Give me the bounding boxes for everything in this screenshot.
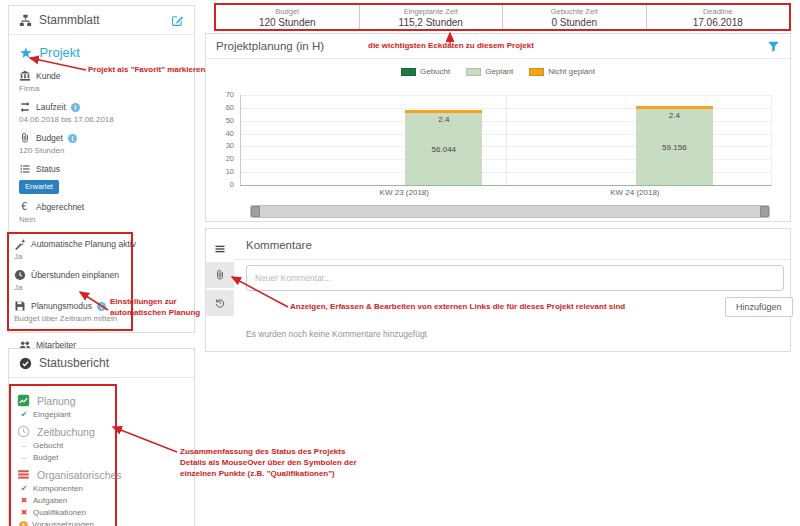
bar-value-label: 59.156: [636, 143, 713, 152]
statusbericht-header: Statusbericht: [9, 349, 194, 378]
status-item: !Voraussetzungen: [19, 520, 109, 526]
metric-item: Eingeplante Zeit115,2 Stunden: [360, 5, 504, 29]
status-item-label: Voraussetzungen: [32, 520, 94, 526]
status-none-icon[interactable]: –: [19, 453, 29, 463]
list-icon: [19, 163, 31, 175]
clock-outline-icon[interactable]: [17, 425, 30, 438]
field-value: 120 Stunden: [19, 146, 184, 156]
euro-icon: €: [19, 201, 31, 213]
status-item-label: Gebucht: [33, 441, 63, 451]
status-summary-red-box: Planung✔EingeplantZeitbuchung–Gebucht–Bu…: [9, 384, 117, 526]
metric-item: Deadline17.06.2018: [647, 5, 790, 29]
status-group: Zeitbuchung–Gebucht–Budget: [17, 425, 109, 463]
bar-value-label: 2.4: [405, 115, 482, 124]
stammblatt-title: Stammblatt: [39, 13, 100, 27]
statusbericht-panel: Statusbericht Planung✔EingeplantZeitbuch…: [8, 348, 195, 526]
page: Stammblatt ★ Projekt KundeFirmaLaufzeiti…: [0, 0, 800, 526]
status-item: ✔Komponenten: [19, 484, 109, 494]
status-warn-icon[interactable]: !: [19, 521, 28, 526]
status-group: Organisatorisches✔Komponenten✖Aufgaben✖Q…: [17, 468, 109, 526]
history-tab[interactable]: [206, 290, 234, 316]
annotation-favorite: Projekt als "Favorit" markieren: [88, 64, 205, 75]
annotation-auto-planning: Einstellungen zur automatischen Planung: [110, 296, 200, 318]
metric-label: Budget: [216, 7, 359, 16]
planning-panel: Projektplanung (in H) GebuchtGeplantNich…: [205, 33, 791, 222]
bar-value-label: 2.4: [636, 111, 713, 120]
stammblatt-fields: KundeFirmaLaufzeiti04.06.2018 bis 17.06.…: [19, 70, 184, 225]
filter-icon[interactable]: [767, 40, 780, 53]
bank-icon: [19, 70, 31, 82]
comments-tab[interactable]: [206, 236, 234, 262]
external-links-tab[interactable]: [206, 262, 234, 288]
divider: [234, 259, 790, 260]
y-tick-label: 40: [214, 130, 234, 138]
gridline: [241, 95, 771, 96]
chart-line-icon[interactable]: [17, 394, 30, 407]
new-comment-input[interactable]: [246, 265, 784, 291]
field-value: Ja: [14, 283, 126, 293]
y-tick-label: 60: [214, 104, 234, 112]
paperclip-icon: [19, 132, 31, 144]
metric-item: Gebuchte Zeit0 Stunden: [503, 5, 647, 29]
chart-range-scrollbar[interactable]: [250, 205, 770, 218]
project-label: Projekt: [39, 45, 79, 60]
field-label: Überstunden einplanen: [31, 270, 119, 281]
field-label: Status: [36, 164, 60, 175]
x-tick-label: KW 24 (2018): [610, 188, 659, 197]
status-fail-icon[interactable]: ✖: [19, 496, 29, 506]
legend-swatch: [401, 68, 416, 76]
history-icon: [214, 297, 226, 309]
y-tick-label: 50: [214, 117, 234, 125]
status-group-label: Organisatorisches: [37, 469, 122, 481]
x-tick-label: KW 23 (2018): [380, 188, 429, 197]
add-comment-button[interactable]: Hinzufügen: [725, 297, 793, 317]
field-label: Abgerechnet: [36, 202, 84, 213]
disk-icon: [14, 300, 26, 312]
status-item-label: Qualifikationen: [33, 508, 86, 518]
statusbericht-title: Statusbericht: [39, 356, 109, 370]
status-ok-icon[interactable]: ✔: [19, 484, 29, 494]
status-item-label: Aufgaben: [33, 496, 67, 506]
stammblatt-panel: Stammblatt ★ Projekt KundeFirmaLaufzeiti…: [8, 5, 195, 333]
metrics-bar: Budget120 StundenEingeplante Zeit115,2 S…: [214, 3, 791, 31]
status-fail-icon[interactable]: ✖: [19, 508, 29, 518]
status-ok-icon[interactable]: ✔: [19, 410, 29, 420]
hamburger-icon: [214, 243, 226, 255]
rows-icon[interactable]: [17, 468, 30, 481]
metric-value: 17.06.2018: [647, 17, 790, 29]
legend-swatch: [466, 68, 481, 76]
favorite-star-icon[interactable]: ★: [19, 46, 32, 60]
svg-text:€: €: [21, 201, 27, 212]
info-icon[interactable]: i: [71, 103, 80, 112]
clock-filled-icon: [14, 269, 26, 281]
project-row: ★ Projekt: [19, 45, 184, 60]
field-automatische-planung-aktiv: Automatische Planung aktivJa: [14, 238, 126, 262]
seal-check-icon: [19, 357, 32, 370]
annotation-status-summary: Zusammenfassung des Status des Projekts …: [180, 446, 357, 479]
annotation-external-links: Anzeigen, Erfassen & Bearbeiten von exte…: [290, 301, 625, 312]
y-tick-label: 10: [214, 168, 234, 176]
scrollbar-right-handle[interactable]: [760, 206, 769, 217]
status-item: –Gebucht: [19, 441, 109, 451]
wand-icon: [14, 238, 26, 250]
field-value: Firma: [19, 84, 184, 94]
edit-icon[interactable]: [171, 14, 184, 27]
y-tick-label: 20: [214, 155, 234, 163]
field--berstunden-einplanen: Überstunden einplanenJa: [14, 269, 126, 293]
field-laufzeit: Laufzeiti04.06.2018 bis 17.06.2018: [19, 101, 184, 125]
bar-segment: [636, 106, 713, 109]
field-status: StatusErwartet: [19, 163, 184, 194]
metric-value: 0 Stunden: [503, 17, 646, 29]
y-tick-label: 0: [214, 181, 234, 189]
status-none-icon[interactable]: –: [19, 441, 29, 451]
legend-item: Geplant: [466, 67, 513, 76]
plot-area: 56.0442.459.1562.4: [240, 95, 772, 186]
status-item: –Budget: [19, 453, 109, 463]
field-label: Planungsmodus: [31, 301, 92, 312]
scrollbar-left-handle[interactable]: [251, 206, 260, 217]
transfer-icon: [19, 101, 31, 113]
comments-empty-message: Es wurden noch keine Kommentare hinzugef…: [246, 329, 427, 339]
info-icon[interactable]: i: [68, 134, 77, 143]
metric-value: 120 Stunden: [216, 17, 359, 29]
info-icon[interactable]: i: [97, 302, 106, 311]
